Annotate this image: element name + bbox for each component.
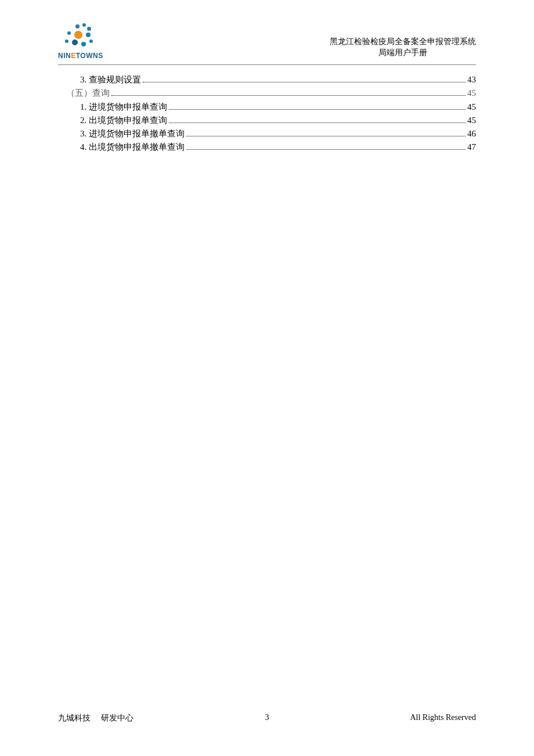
toc-entry[interactable]: 1. 进境货物申报单查询 45 — [58, 100, 476, 114]
logo: NINETOWNS — [58, 23, 103, 60]
toc-label: （五）查询 — [66, 87, 110, 100]
toc-entry[interactable]: 4. 出境货物申报单撤单查询 47 — [58, 141, 476, 154]
table-of-contents: 3. 查验规则设置 43 （五）查询 45 1. 进境货物申报单查询 45 2.… — [58, 73, 476, 154]
footer-left: 九城科技 研发中心 — [58, 713, 134, 723]
logo-text-e: E — [71, 52, 76, 60]
toc-page-number: 45 — [467, 87, 476, 100]
toc-label: 4. 出境货物申报单撤单查询 — [80, 141, 185, 154]
toc-leader-dots — [169, 123, 466, 123]
logo-text: NINETOWNS — [58, 52, 103, 60]
toc-leader-dots — [111, 95, 466, 96]
toc-page-number: 47 — [467, 141, 476, 154]
toc-leader-dots — [186, 149, 466, 150]
header-title-line2: 局端用户手册 — [330, 47, 476, 59]
toc-leader-dots — [169, 109, 466, 110]
toc-page-number: 46 — [467, 127, 476, 141]
document-page: NINETOWNS 黑龙江检验检疫局全备案全申报管理系统 局端用户手册 3. 查… — [0, 0, 534, 756]
toc-label: 2. 出境货物申报单查询 — [80, 114, 167, 127]
header-title-line1: 黑龙江检验检疫局全备案全申报管理系统 — [330, 36, 476, 48]
footer-page-number: 3 — [265, 713, 269, 722]
toc-label: 1. 进境货物申报单查询 — [80, 100, 167, 114]
toc-page-number: 45 — [467, 114, 476, 127]
toc-page-number: 43 — [467, 73, 476, 87]
toc-label: 3. 进境货物申报单撤单查询 — [80, 127, 185, 141]
toc-label: 3. 查验规则设置 — [80, 73, 141, 87]
footer-right: All Rights Reserved — [410, 713, 476, 723]
toc-entry[interactable]: 3. 查验规则设置 43 — [58, 73, 476, 87]
toc-entry[interactable]: （五）查询 45 — [58, 87, 476, 100]
toc-leader-dots — [186, 136, 466, 136]
logo-text-suffix: TOWNS — [76, 52, 103, 60]
logo-text-prefix: NIN — [58, 52, 71, 60]
toc-page-number: 45 — [467, 100, 476, 114]
page-header: NINETOWNS 黑龙江检验检疫局全备案全申报管理系统 局端用户手册 — [58, 23, 476, 65]
header-title-block: 黑龙江检验检疫局全备案全申报管理系统 局端用户手册 — [330, 36, 476, 60]
page-footer: 九城科技 研发中心 3 All Rights Reserved — [58, 713, 476, 723]
toc-entry[interactable]: 3. 进境货物申报单撤单查询 46 — [58, 127, 476, 141]
toc-leader-dots — [143, 82, 466, 82]
logo-dots-icon — [64, 23, 98, 51]
toc-entry[interactable]: 2. 出境货物申报单查询 45 — [58, 114, 476, 127]
